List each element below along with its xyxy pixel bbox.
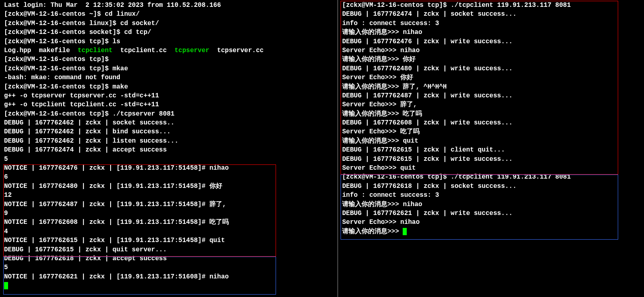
- terminal-line: 请输入你的消息>>> 辞了, ^H^H^H: [342, 82, 642, 91]
- terminal-prompt-line[interactable]: 请输入你的消息>>>: [342, 227, 642, 236]
- terminal-line: DEBUG | 1677762462 | zckx | bind success…: [4, 127, 336, 136]
- terminal-line: DEBUG | 1677762615 | zckx | client quit.…: [342, 145, 642, 154]
- terminal-line: -bash: mkae: command not found: [4, 73, 336, 82]
- terminal-line: DEBUG | 1677762618 | zckx | socket succe…: [342, 182, 642, 191]
- terminal-line: [zckx@VM-12-16-centos tcp]$ ./tcpclient …: [342, 173, 642, 181]
- terminal-line: DEBUG | 1677762480 | zckx | write succes…: [342, 64, 642, 73]
- terminal-line: NOTICE | 1677762487 | zckx | [119.91.213…: [4, 200, 336, 209]
- terminal-right-pane[interactable]: [zckx@VM-12-16-centos tcp]$ ./tcpclient …: [338, 0, 644, 297]
- terminal-line: DEBUG | 1677762621 | zckx | write succes…: [342, 209, 642, 218]
- terminal-line: 6: [4, 173, 336, 181]
- terminal-left-pane[interactable]: Last login: Thu Mar 2 12:35:02 2023 from…: [0, 0, 338, 297]
- terminal-line: 5: [4, 155, 336, 164]
- terminal-line: DEBUG | 1677762608 | zckx | write succes…: [342, 118, 642, 127]
- terminal-line: DEBUG | 1677762615 | zckx | quit server.…: [4, 245, 336, 254]
- terminal-line: DEBUG | 1677762474 | zckx | socket succe…: [342, 10, 642, 19]
- terminal-line: NOTICE | 1677762615 | zckx | [119.91.213…: [4, 236, 336, 245]
- terminal-line: [zckx@VM-12-16-centos socket]$ cd tcp/: [4, 28, 336, 37]
- terminal-line: Server Echo>>> quit: [342, 164, 642, 173]
- terminal-line-ls: Log.hpp makefile tcpclient tcpclient.cc …: [4, 46, 336, 55]
- executable-name: tcpclient: [77, 47, 112, 54]
- terminal-line: 请输入你的消息>>> quit: [342, 137, 642, 145]
- terminal-line: 请输入你的消息>>> nihao: [342, 28, 642, 37]
- terminal-line: NOTICE | 1677762476 | zckx | [119.91.213…: [4, 164, 336, 173]
- terminal-line: info : connect success: 3: [342, 19, 642, 28]
- terminal-line: Last login: Thu Mar 2 12:35:02 2023 from…: [4, 1, 336, 10]
- split-terminal: Last login: Thu Mar 2 12:35:02 2023 from…: [0, 0, 644, 297]
- cursor-icon: [403, 228, 407, 235]
- terminal-line: DEBUG | 1677762462 | zckx | listen succe…: [4, 137, 336, 145]
- terminal-line: 12: [4, 191, 336, 200]
- terminal-line: Server Echo>>> 你好: [342, 73, 642, 82]
- terminal-line: 4: [4, 227, 336, 236]
- terminal-line: Server Echo>>> 吃了吗: [342, 127, 642, 136]
- terminal-line: g++ -o tcpclient tcpclient.cc -std=c++11: [4, 100, 336, 109]
- terminal-line: DEBUG | 1677762615 | zckx | write succes…: [342, 155, 642, 164]
- terminal-line: [zckx@VM-12-16-centos tcp]$ ./tcpserver …: [4, 110, 336, 118]
- terminal-line: 请输入你的消息>>> 吃了吗: [342, 110, 642, 118]
- terminal-line: NOTICE | 1677762480 | zckx | [119.91.213…: [4, 182, 336, 191]
- terminal-line: 请输入你的消息>>> nihao: [342, 200, 642, 209]
- terminal-line: NOTICE | 1677762621 | zckx | [119.91.213…: [4, 272, 336, 281]
- terminal-line: DEBUG | 1677762462 | zckx | socket succe…: [4, 118, 336, 127]
- cursor-icon: [4, 282, 8, 289]
- terminal-line: DEBUG | 1677762618 | zckx | accept succe…: [4, 254, 336, 263]
- terminal-line: [zckx@VM-12-16-centos tcp]$ ./tcpclient …: [342, 1, 642, 10]
- terminal-line: [zckx@VM-12-16-centos tcp]$: [4, 55, 336, 64]
- terminal-line: DEBUG | 1677762474 | zckx | accept succe…: [4, 145, 336, 154]
- terminal-line: [zckx@VM-12-16-centos linux]$ cd socket/: [4, 19, 336, 28]
- terminal-line: 请输入你的消息>>> 你好: [342, 55, 642, 64]
- terminal-line: [zckx@VM-12-16-centos ~]$ cd linux/: [4, 10, 336, 19]
- terminal-line: DEBUG | 1677762487 | zckx | write succes…: [342, 91, 642, 100]
- terminal-line: [zckx@VM-12-16-centos tcp]$ mkae: [4, 64, 336, 73]
- terminal-line: NOTICE | 1677762608 | zckx | [119.91.213…: [4, 218, 336, 227]
- terminal-line: Server Echo>>> 辞了,: [342, 100, 642, 109]
- terminal-line: [zckx@VM-12-16-centos tcp]$ ls: [4, 37, 336, 46]
- terminal-line: info : connect success: 3: [342, 191, 642, 200]
- terminal-line: Server Echo>>> nihao: [342, 218, 642, 227]
- terminal-line: [zckx@VM-12-16-centos tcp]$ make: [4, 82, 336, 91]
- terminal-line: Server Echo>>> nihao: [342, 46, 642, 55]
- terminal-line: g++ -o tcpserver tcpserver.cc -std=c++11: [4, 91, 336, 100]
- terminal-line: DEBUG | 1677762476 | zckx | write succes…: [342, 37, 642, 46]
- terminal-line: 9: [4, 209, 336, 218]
- executable-name: tcpserver: [174, 47, 209, 54]
- terminal-line: 5: [4, 263, 336, 272]
- terminal-cursor-line[interactable]: [4, 281, 336, 290]
